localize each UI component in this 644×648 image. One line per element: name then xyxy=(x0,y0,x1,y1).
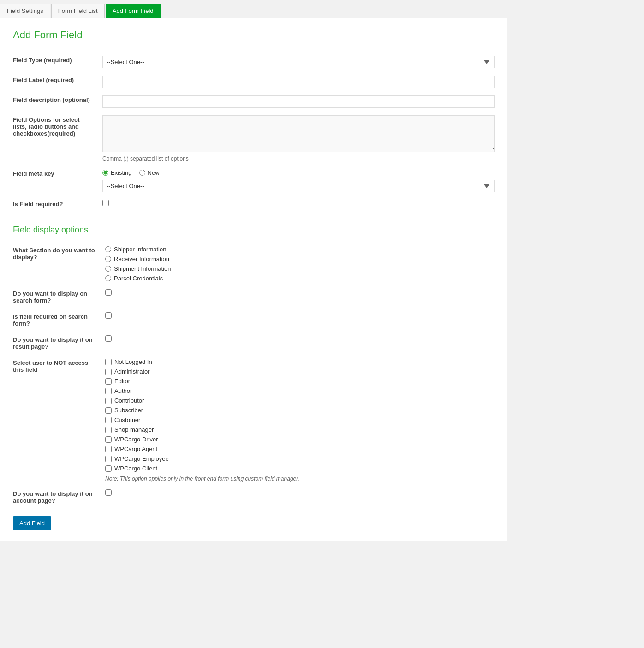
role-contributor-text: Contributor xyxy=(114,397,144,404)
required-search-checkbox[interactable] xyxy=(105,312,112,319)
label-display-account: Do you want to display it on account pag… xyxy=(13,486,105,509)
role-subscriber-text: Subscriber xyxy=(114,407,143,414)
role-author-text: Author xyxy=(114,387,132,394)
row-field-meta-key: Field meta key Existing New --Select xyxy=(13,166,495,196)
label-field-label: Field Label (required) xyxy=(13,72,102,92)
role-wpcargo-driver-label[interactable]: WPCargo Driver xyxy=(105,436,495,443)
role-wpcargo-employee-label[interactable]: WPCargo Employee xyxy=(105,455,495,462)
cell-display-account xyxy=(105,486,495,509)
role-wpcargo-client-checkbox[interactable] xyxy=(105,465,112,472)
section-receiver-radio[interactable] xyxy=(105,256,111,262)
tab-field-settings[interactable]: Field Settings xyxy=(0,4,50,18)
role-customer-checkbox[interactable] xyxy=(105,417,112,423)
label-field-description: Field description (optional) xyxy=(13,92,102,112)
cell-required-search xyxy=(105,309,495,332)
role-wpcargo-driver-checkbox[interactable] xyxy=(105,436,112,443)
cell-field-type: --Select One-- xyxy=(102,52,495,72)
meta-key-existing-text: Existing xyxy=(111,169,132,176)
role-shop-manager-text: Shop manager xyxy=(114,426,154,433)
role-wpcargo-agent-label[interactable]: WPCargo Agent xyxy=(105,446,495,452)
role-contributor-checkbox[interactable] xyxy=(105,398,112,404)
section-shipper-radio[interactable] xyxy=(105,246,111,252)
role-wpcargo-client-label[interactable]: WPCargo Client xyxy=(105,465,495,472)
cell-field-label xyxy=(102,72,495,92)
label-display-result: Do you want to display it on result page… xyxy=(13,332,105,355)
label-select-user: Select user to NOT access this field xyxy=(13,355,105,486)
label-field-meta-key: Field meta key xyxy=(13,166,102,196)
role-wpcargo-employee-text: WPCargo Employee xyxy=(114,455,169,462)
section-parcel-radio[interactable] xyxy=(105,275,111,281)
row-select-user: Select user to NOT access this field Not… xyxy=(13,355,495,486)
section-shipment-text: Shipment Information xyxy=(114,265,171,272)
role-administrator-label[interactable]: Administrator xyxy=(105,368,495,375)
tab-add-form-field[interactable]: Add Form Field xyxy=(106,4,161,18)
role-author-label[interactable]: Author xyxy=(105,387,495,394)
cell-field-options: Comma (,) separated list of options xyxy=(102,112,495,166)
label-display-search: Do you want to display on search form? xyxy=(13,285,105,309)
meta-key-existing-radio[interactable] xyxy=(102,170,108,176)
section-receiver-text: Receiver Information xyxy=(114,256,169,262)
meta-key-select[interactable]: --Select One-- xyxy=(102,180,495,192)
role-wpcargo-client-text: WPCargo Client xyxy=(114,465,157,472)
section-parcel-text: Parcel Credentials xyxy=(114,275,163,282)
display-options-table: What Section do you want to display? Shi… xyxy=(13,242,495,509)
section-receiver-label[interactable]: Receiver Information xyxy=(105,256,495,262)
role-wpcargo-employee-checkbox[interactable] xyxy=(105,456,112,462)
cell-section-display: Shipper Information Receiver Information… xyxy=(105,242,495,285)
label-section-display: What Section do you want to display? xyxy=(13,242,105,285)
section-parcel-label[interactable]: Parcel Credentials xyxy=(105,275,495,282)
meta-key-new-radio[interactable] xyxy=(139,170,145,176)
field-type-select[interactable]: --Select One-- xyxy=(102,56,495,68)
role-not-logged-in-checkbox[interactable] xyxy=(105,359,112,365)
row-required-search: Is field required on search form? xyxy=(13,309,495,332)
cell-field-description xyxy=(102,92,495,112)
add-field-button[interactable]: Add Field xyxy=(13,516,51,530)
display-result-checkbox[interactable] xyxy=(105,335,112,342)
role-subscriber-checkbox[interactable] xyxy=(105,407,112,414)
role-editor-checkbox[interactable] xyxy=(105,378,112,385)
role-customer-label[interactable]: Customer xyxy=(105,416,495,423)
cell-is-required xyxy=(102,196,495,212)
role-author-checkbox[interactable] xyxy=(105,388,112,394)
section-display-title: Field display options xyxy=(13,225,495,235)
display-account-checkbox[interactable] xyxy=(105,489,112,496)
label-field-options: Field Options for select lists, radio bu… xyxy=(13,112,102,166)
meta-key-new-label[interactable]: New xyxy=(139,169,160,176)
page-title: Add Form Field xyxy=(13,29,495,41)
section-radio-group: Shipper Information Receiver Information… xyxy=(105,246,495,282)
tab-bar: Field Settings Form Field List Add Form … xyxy=(0,0,644,18)
role-administrator-checkbox[interactable] xyxy=(105,369,112,375)
is-required-checkbox[interactable] xyxy=(102,200,109,206)
field-options-textarea[interactable] xyxy=(102,115,495,152)
section-shipper-label[interactable]: Shipper Information xyxy=(105,246,495,253)
meta-key-existing-label[interactable]: Existing xyxy=(102,169,132,176)
role-wpcargo-agent-checkbox[interactable] xyxy=(105,446,112,452)
role-subscriber-label[interactable]: Subscriber xyxy=(105,407,495,414)
row-display-search: Do you want to display on search form? xyxy=(13,285,495,309)
section-shipment-radio[interactable] xyxy=(105,266,111,272)
label-field-type: Field Type (required) xyxy=(13,52,102,72)
role-editor-label[interactable]: Editor xyxy=(105,378,495,385)
row-is-required: Is Field required? xyxy=(13,196,495,212)
field-description-input[interactable] xyxy=(102,95,495,108)
role-shop-manager-label[interactable]: Shop manager xyxy=(105,426,495,433)
role-not-logged-in-text: Not Logged In xyxy=(114,358,152,365)
row-field-options: Field Options for select lists, radio bu… xyxy=(13,112,495,166)
label-is-required: Is Field required? xyxy=(13,196,102,212)
page-content: Add Form Field Field Type (required) --S… xyxy=(0,18,507,541)
role-contributor-label[interactable]: Contributor xyxy=(105,397,495,404)
field-label-input[interactable] xyxy=(102,76,495,88)
meta-key-new-text: New xyxy=(148,169,160,176)
tab-form-field-list[interactable]: Form Field List xyxy=(51,4,105,18)
row-section-display: What Section do you want to display? Shi… xyxy=(13,242,495,285)
role-editor-text: Editor xyxy=(114,378,130,385)
row-display-account: Do you want to display it on account pag… xyxy=(13,486,495,509)
display-search-checkbox[interactable] xyxy=(105,289,112,296)
meta-key-radio-group: Existing New xyxy=(102,169,495,176)
role-not-logged-in-label[interactable]: Not Logged In xyxy=(105,358,495,365)
section-shipment-label[interactable]: Shipment Information xyxy=(105,265,495,272)
role-administrator-text: Administrator xyxy=(114,368,150,375)
cell-display-result xyxy=(105,332,495,355)
role-wpcargo-driver-text: WPCargo Driver xyxy=(114,436,158,443)
role-shop-manager-checkbox[interactable] xyxy=(105,427,112,433)
